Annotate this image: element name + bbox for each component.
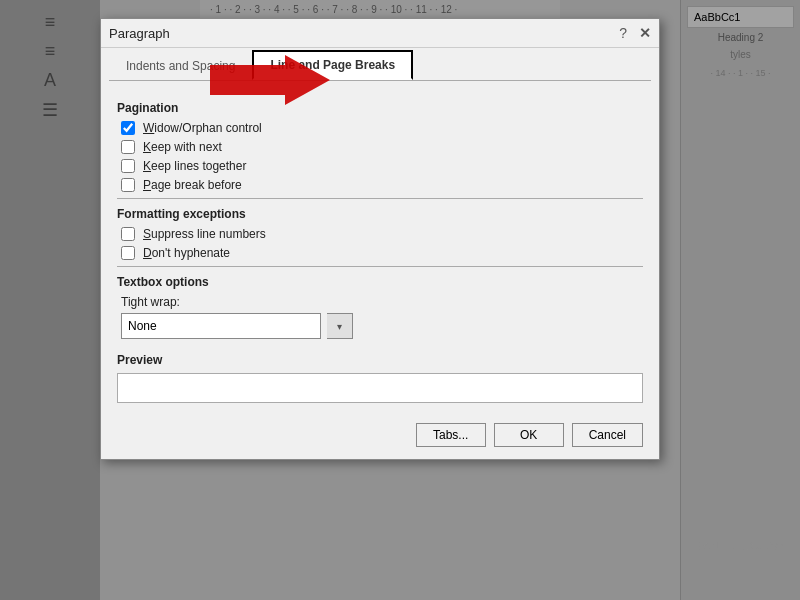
checkbox-keep-lines-together[interactable] bbox=[121, 159, 135, 173]
dialog-title: Paragraph bbox=[109, 26, 170, 41]
checkbox-keep-with-next[interactable] bbox=[121, 140, 135, 154]
tab-indents-spacing[interactable]: Indents and Spacing bbox=[109, 52, 252, 80]
tight-wrap-label: Tight wrap: bbox=[121, 295, 643, 309]
paragraph-dialog: Paragraph ? ✕ Indents and Spacing Line a… bbox=[100, 18, 660, 460]
cancel-button[interactable]: Cancel bbox=[572, 423, 643, 447]
checkbox-row-page-break-before: Page break before bbox=[117, 178, 643, 192]
close-button[interactable]: ✕ bbox=[639, 25, 651, 41]
label-suppress-line-numbers: Suppress line numbers bbox=[143, 227, 266, 241]
checkbox-suppress-line-numbers[interactable] bbox=[121, 227, 135, 241]
preview-label: Preview bbox=[117, 353, 643, 367]
checkbox-row-dont-hyphenate: Don't hyphenate bbox=[117, 246, 643, 260]
checkbox-row-widow-orphan: Widow/Orphan control bbox=[117, 121, 643, 135]
label-keep-with-next: Keep with next bbox=[143, 140, 222, 154]
checkbox-row-suppress-line-numbers: Suppress line numbers bbox=[117, 227, 643, 241]
formatting-exceptions-label: Formatting exceptions bbox=[117, 207, 643, 221]
tab-line-page-breaks[interactable]: Line and Page Breaks bbox=[252, 50, 413, 80]
preview-box bbox=[117, 373, 643, 403]
checkbox-dont-hyphenate[interactable] bbox=[121, 246, 135, 260]
tight-wrap-select[interactable]: None All First and last only First only … bbox=[121, 313, 321, 339]
dialog-tabs: Indents and Spacing Line and Page Breaks bbox=[101, 48, 659, 80]
help-button[interactable]: ? bbox=[619, 25, 627, 41]
label-page-break-before: Page break before bbox=[143, 178, 242, 192]
ok-button[interactable]: OK bbox=[494, 423, 564, 447]
tabs-button[interactable]: Tabs... bbox=[416, 423, 486, 447]
dialog-controls: ? ✕ bbox=[619, 25, 651, 41]
label-keep-lines-together: Keep lines together bbox=[143, 159, 246, 173]
dialog-titlebar: Paragraph ? ✕ bbox=[101, 19, 659, 48]
checkbox-widow-orphan[interactable] bbox=[121, 121, 135, 135]
textbox-options-label: Textbox options bbox=[117, 275, 643, 289]
label-dont-hyphenate: Don't hyphenate bbox=[143, 246, 230, 260]
dialog-footer: Tabs... OK Cancel bbox=[101, 415, 659, 459]
checkbox-row-keep-lines-together: Keep lines together bbox=[117, 159, 643, 173]
label-widow-orphan: Widow/Orphan control bbox=[143, 121, 262, 135]
checkbox-row-keep-with-next: Keep with next bbox=[117, 140, 643, 154]
preview-section: Preview bbox=[117, 353, 643, 403]
dialog-body: Pagination Widow/Orphan control Keep wit… bbox=[101, 81, 659, 415]
divider-1 bbox=[117, 198, 643, 199]
checkbox-page-break-before[interactable] bbox=[121, 178, 135, 192]
divider-2 bbox=[117, 266, 643, 267]
pagination-section-label: Pagination bbox=[117, 101, 643, 115]
dropdown-arrow-icon[interactable]: ▾ bbox=[327, 313, 353, 339]
tight-wrap-dropdown-row: None All First and last only First only … bbox=[121, 313, 643, 339]
tight-wrap-section: Tight wrap: None All First and last only… bbox=[117, 295, 643, 339]
